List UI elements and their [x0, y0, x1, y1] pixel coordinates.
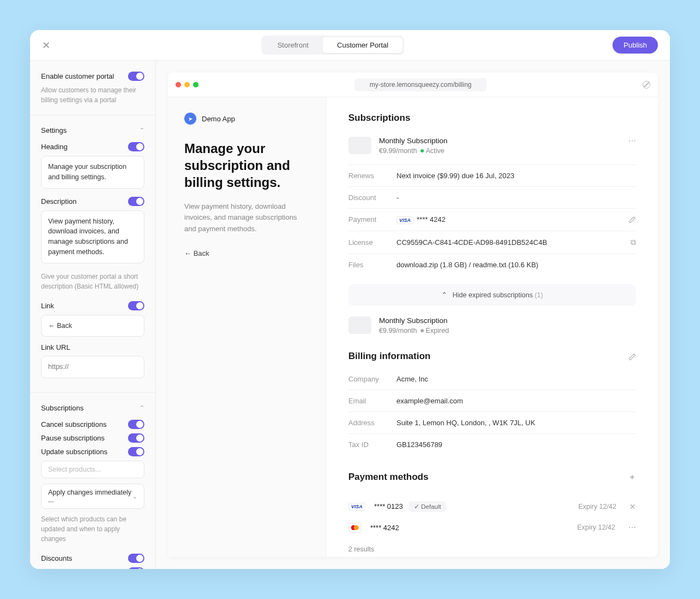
file-link[interactable]: readme.txt (10.6 KB) [472, 261, 538, 269]
subscription-item: Monthly Subscription €9.99/monthActive ⋯ [348, 137, 636, 155]
browser-frame: my-store.lemonsqueezy.com/billing ➤ Demo… [168, 73, 658, 557]
more-icon[interactable]: ⋯ [628, 137, 636, 145]
url-bar: my-store.lemonsqueezy.com/billing [354, 78, 487, 91]
renews-label: Renews [348, 172, 396, 180]
back-link[interactable]: ← Back [184, 249, 310, 257]
browser-body: ➤ Demo App Manage your subscription and … [168, 97, 658, 557]
default-badge: ✓ Default [409, 501, 447, 512]
tax-label: Tax ID [348, 441, 396, 449]
apply-changes-select[interactable]: Apply changes immediately ... ⌄ [41, 484, 144, 509]
publish-button[interactable]: Publish [612, 37, 658, 54]
card-last4: **** 4242 [370, 524, 399, 532]
portal-heading: Manage your subscription and billing set… [184, 140, 310, 191]
pause-subs-toggle[interactable] [128, 433, 144, 443]
edit-icon[interactable] [628, 353, 636, 360]
status-dot-icon [421, 329, 424, 332]
email-label: Email [348, 397, 396, 405]
linkurl-input[interactable] [41, 356, 144, 378]
link-toggle[interactable] [128, 301, 144, 310]
tax-value: GB123456789 [396, 441, 636, 449]
main: Enable customer portal Allow customers t… [30, 61, 670, 569]
products-help: Select which products can be updated and… [41, 514, 144, 544]
heading-label: Heading [41, 143, 67, 151]
remove-icon[interactable]: ✕ [629, 502, 636, 511]
license-label: License [348, 238, 396, 246]
chevron-up-icon: ⌃ [139, 127, 144, 134]
app-name-text: Demo App [202, 115, 235, 123]
chevron-up-icon: ⌃ [139, 404, 144, 412]
minimize-dot-icon [184, 82, 190, 87]
files-detail-label: Files [348, 261, 396, 269]
edit-icon[interactable] [628, 216, 636, 224]
renews-value: Next invoice ($9.99) due 16 Jul, 2023 [396, 172, 636, 180]
pause-subs-label: Pause subscriptions [41, 434, 104, 442]
update-subs-label: Update subscriptions [41, 448, 107, 456]
company-label: Company [348, 375, 396, 383]
close-dot-icon [176, 82, 181, 87]
tab-switcher: Storefront Customer Portal [261, 36, 404, 55]
discounts-toggle[interactable] [128, 554, 144, 563]
license-keys-toggle[interactable] [128, 567, 144, 569]
email-value: example@email.com [396, 397, 636, 405]
chevron-down-icon: ⌄ [132, 493, 137, 500]
file-link[interactable]: download.zip (1.8 GB) [396, 261, 467, 269]
subscription-name: Monthly Subscription [379, 137, 621, 145]
license-value: CC9559CA-C841-4CDE-AD98-8491DB524C4B [396, 238, 631, 246]
portal-sidebar: ➤ Demo App Manage your subscription and … [168, 97, 326, 557]
product-thumb [348, 316, 371, 334]
payment-method-row: **** 4242 Expiry 12/42 ⋯ [348, 518, 636, 538]
link-label: Link [41, 302, 54, 310]
disable-icon[interactable] [643, 81, 650, 89]
add-icon[interactable]: ＋ [628, 472, 636, 482]
linkurl-label: Link URL [41, 343, 144, 351]
link-input[interactable] [41, 315, 144, 337]
chevron-up-icon: ⌃ [441, 291, 447, 299]
browser-bar: my-store.lemonsqueezy.com/billing [168, 73, 658, 97]
subscription-price: €9.99/monthActive [379, 147, 621, 155]
description-input[interactable]: View payment history, download invoices,… [41, 210, 144, 263]
heading-toggle[interactable] [128, 142, 144, 151]
subscriptions-section-head[interactable]: Subscriptions ⌃ [41, 404, 144, 412]
app-window: ✕ Storefront Customer Portal Publish Ena… [30, 30, 670, 569]
close-icon[interactable]: ✕ [42, 39, 53, 51]
visa-icon: VISA [396, 216, 413, 224]
cancel-subs-toggle[interactable] [128, 420, 144, 429]
discount-value: - [396, 193, 636, 202]
settings-label: Settings [41, 126, 67, 134]
subscription-name: Monthly Subscription [379, 316, 636, 325]
card-expiry: Expiry 12/42 [579, 503, 616, 510]
app-brand: ➤ Demo App [184, 113, 310, 125]
portal-content: Subscriptions Monthly Subscription €9.99… [326, 97, 658, 557]
topbar: ✕ Storefront Customer Portal Publish [30, 30, 670, 61]
enable-portal-toggle[interactable] [128, 72, 144, 81]
expand-dot-icon [193, 82, 199, 87]
license-keys-label: License keys [41, 568, 82, 569]
preview-pane: my-store.lemonsqueezy.com/billing ➤ Demo… [156, 61, 670, 569]
select-products[interactable]: Select products... [41, 461, 144, 478]
settings-section-head[interactable]: Settings ⌃ [41, 126, 144, 134]
copy-icon[interactable]: ⧉ [631, 238, 636, 247]
app-logo-icon: ➤ [184, 113, 196, 125]
billing-title: Billing information [348, 351, 636, 362]
address-value: Suite 1, Lemon HQ, London, , W1K 7JL, UK [396, 419, 636, 427]
cancel-subs-label: Cancel subscriptions [41, 420, 107, 428]
status-dot-icon [421, 149, 424, 152]
tab-storefront[interactable]: Storefront [263, 37, 323, 53]
select-products-placeholder: Select products... [48, 466, 101, 473]
files-value: download.zip (1.8 GB) / readme.txt (10.6… [396, 261, 636, 269]
update-subs-toggle[interactable] [128, 447, 144, 456]
subscription-price: €9.99/monthExpired [379, 327, 636, 334]
company-value: Acme, Inc [396, 375, 636, 383]
heading-input[interactable]: Manage your subscription and billing set… [41, 156, 144, 189]
apply-changes-value: Apply changes immediately ... [48, 489, 132, 504]
description-toggle[interactable] [128, 197, 144, 206]
discount-label: Discount [348, 193, 396, 202]
enable-portal-help: Allow customers to manage their billing … [41, 85, 144, 105]
subscriptions-label: Subscriptions [41, 404, 84, 412]
tab-customer-portal[interactable]: Customer Portal [323, 37, 402, 53]
subscriptions-title: Subscriptions [348, 113, 636, 124]
results-count: 2 results [348, 545, 636, 553]
discounts-label: Discounts [41, 554, 72, 562]
hide-expired-button[interactable]: ⌃ Hide expired subscriptions (1) [348, 284, 636, 306]
more-icon[interactable]: ⋯ [628, 523, 636, 532]
